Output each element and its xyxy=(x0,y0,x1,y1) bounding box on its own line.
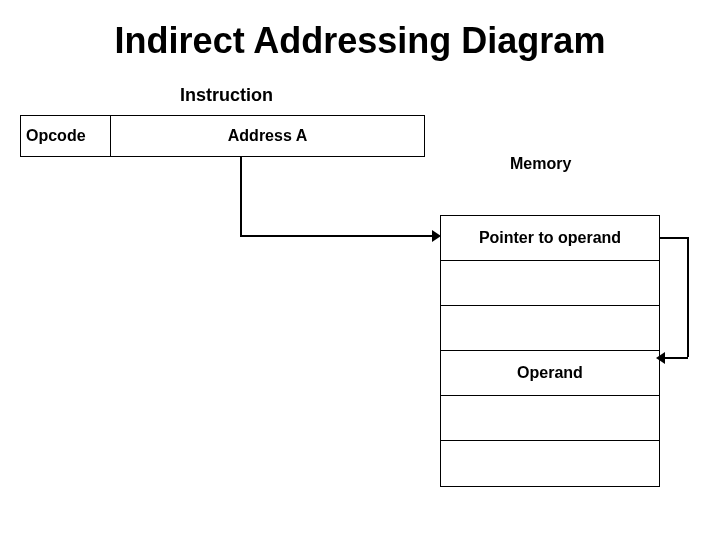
instruction-label: Instruction xyxy=(180,85,273,106)
memory-box: Pointer to operand Operand xyxy=(440,215,660,487)
connector-line xyxy=(664,357,688,359)
connector-line xyxy=(240,235,435,237)
memory-cell-blank xyxy=(441,441,659,486)
memory-cell-blank xyxy=(441,306,659,351)
memory-cell-operand: Operand xyxy=(441,351,659,396)
connector-line xyxy=(240,157,242,235)
page-title: Indirect Addressing Diagram xyxy=(0,20,720,62)
arrow-icon xyxy=(656,352,665,364)
address-cell: Address A xyxy=(111,116,424,156)
instruction-box: Opcode Address A xyxy=(20,115,425,157)
connector-line xyxy=(660,237,688,239)
connector-line xyxy=(687,237,689,357)
opcode-cell: Opcode xyxy=(21,116,111,156)
memory-label: Memory xyxy=(510,155,571,173)
memory-cell-blank xyxy=(441,261,659,306)
memory-cell-blank xyxy=(441,396,659,441)
arrow-icon xyxy=(432,230,441,242)
memory-cell-pointer: Pointer to operand xyxy=(441,216,659,261)
